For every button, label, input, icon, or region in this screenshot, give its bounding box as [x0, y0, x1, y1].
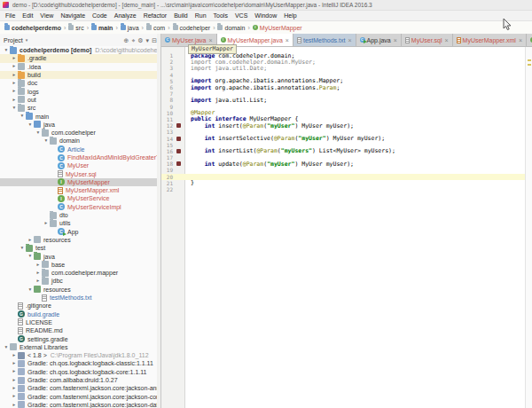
tree-item-doc[interactable]: ▸doc: [0, 79, 160, 87]
tree-item-gradle[interactable]: ▸.gradle: [0, 54, 160, 62]
editor-scrollbar[interactable]: [525, 47, 532, 408]
gear-icon[interactable]: ⚙: [137, 37, 143, 43]
tree-collapsed-arrow-icon[interactable]: ▸: [11, 56, 18, 61]
tree-item-domain[interactable]: ▾domain: [0, 137, 160, 145]
tree-item-gradle-com-alibaba-druid-1-0-27[interactable]: ▸Gradle: com.alibaba:druid:1.0.27: [0, 376, 160, 384]
tab-app-java[interactable]: CApp.java×: [356, 34, 402, 46]
menu-item-refactor[interactable]: Refactor: [140, 12, 170, 19]
chevron-down-icon[interactable]: ▾: [146, 37, 150, 43]
breadcrumb-item-com[interactable]: com: [146, 25, 165, 31]
target-icon[interactable]: ⊕: [124, 37, 129, 43]
tree-item-external-libraries[interactable]: ▾External Libraries: [0, 343, 160, 351]
tree-item-dto[interactable]: dto: [0, 211, 160, 219]
breadcrumb-item-myusermapper[interactable]: IMyUserMapper: [253, 25, 302, 31]
tree-collapsed-arrow-icon[interactable]: ▸: [11, 64, 18, 69]
tree-expanded-arrow-icon[interactable]: ▾: [11, 106, 18, 111]
tree-collapsed-arrow-icon[interactable]: ▸: [27, 238, 34, 243]
tree-expanded-arrow-icon[interactable]: ▾: [43, 138, 50, 144]
tree-item-src[interactable]: ▾src: [0, 104, 160, 112]
menu-item-file[interactable]: File: [2, 12, 19, 19]
tree-expanded-arrow-icon[interactable]: ▾: [19, 246, 26, 251]
tree-collapsed-arrow-icon[interactable]: ▸: [11, 378, 18, 383]
tree-item-gradle-com-fasterxml-jackson-core-jackson-databind-2-8-4[interactable]: ▸Gradle: com.fasterxml.jackson.core:jack…: [0, 401, 160, 408]
tree-item-myusermapper[interactable]: IMyUserMapper: [0, 178, 160, 186]
tree-collapsed-arrow-icon[interactable]: ▸: [11, 386, 18, 391]
close-icon[interactable]: ×: [519, 37, 522, 43]
project-tree-scrollbar[interactable]: [157, 34, 160, 408]
tree-item-java[interactable]: ▾java: [0, 252, 160, 260]
tree-item-gradle-com-fasterxml-jackson-core-jackson-annotations-2-8-0[interactable]: ▸Gradle: com.fasterxml.jackson.core:jack…: [0, 384, 160, 392]
locate-icon[interactable]: ⌖: [131, 37, 135, 43]
tree-expanded-arrow-icon[interactable]: ▾: [27, 287, 34, 293]
breadcrumb-item-java[interactable]: java: [121, 25, 139, 31]
tree-collapsed-arrow-icon[interactable]: ▸: [43, 221, 50, 226]
breadcrumb-item-domain[interactable]: domain: [217, 25, 245, 31]
tree-item-testmethods-txt[interactable]: testMethods.txt: [0, 294, 160, 302]
menu-item-help[interactable]: Help: [280, 12, 300, 19]
close-icon[interactable]: ×: [348, 37, 351, 43]
tab-myuser-sql[interactable]: MyUser.sql×: [402, 34, 453, 46]
tree-item-resources[interactable]: ▸resources: [0, 236, 160, 244]
tree-item-logs[interactable]: ▸logs: [0, 87, 160, 95]
tree-expanded-arrow-icon[interactable]: ▾: [3, 345, 10, 350]
tree-item-test[interactable]: ▾test: [0, 244, 160, 252]
menu-item-window[interactable]: Window: [251, 12, 280, 19]
tree-collapsed-arrow-icon[interactable]: ▸: [11, 361, 18, 366]
menu-item-vcs[interactable]: VCS: [231, 12, 251, 19]
menu-item-view[interactable]: View: [36, 12, 57, 19]
project-panel-title[interactable]: Project: [4, 37, 23, 43]
tree-item-gradle-com-fasterxml-jackson-core-jackson-core-2-8-4[interactable]: ▸Gradle: com.fasterxml.jackson.core:jack…: [0, 392, 160, 400]
tree-item-base[interactable]: ▸base: [0, 261, 160, 269]
tree-collapsed-arrow-icon[interactable]: ▸: [11, 73, 18, 78]
tree-item-idea[interactable]: ▸.idea: [0, 63, 160, 71]
tree-item-myuserservice[interactable]: IMyUserService: [0, 194, 160, 202]
mybatis-mapper-icon[interactable]: [176, 137, 181, 141]
mybatis-mapper-icon[interactable]: [176, 161, 181, 166]
tree-item-gradle-ch-qos-logback-logback-core-1-1-11[interactable]: ▸Gradle: ch.qos.logback:logback-core:1.1…: [0, 368, 160, 376]
tree-item-readme-md[interactable]: README.md: [0, 326, 160, 334]
breadcrumb-item-main[interactable]: main: [91, 25, 113, 31]
tab-myusermapper-xml[interactable]: MyUserMapper.xml×: [453, 34, 527, 46]
breadcrumb-item-codehelperdemo[interactable]: codehelperdemo: [4, 25, 61, 31]
menu-item-navigate[interactable]: Navigate: [57, 12, 89, 19]
close-icon[interactable]: ×: [286, 37, 289, 43]
tree-expanded-arrow-icon[interactable]: ▾: [3, 48, 10, 53]
tree-item-findmaxidandminidbyidgreaterthanresul[interactable]: CFindMaxIdAndMinIdByIdGreaterThanResul: [0, 153, 160, 161]
close-icon[interactable]: ×: [394, 37, 397, 43]
close-icon[interactable]: ×: [444, 37, 448, 43]
tree-collapsed-arrow-icon[interactable]: ▸: [11, 369, 18, 374]
menu-item-build[interactable]: Build: [170, 12, 192, 19]
tree-item-jdbc[interactable]: ▸jdbc: [0, 277, 160, 285]
close-icon[interactable]: ×: [209, 37, 213, 43]
tree-collapsed-arrow-icon[interactable]: ▸: [11, 394, 18, 399]
tree-item-myuser[interactable]: CMyUser: [0, 161, 160, 169]
tab-testmethods-txt[interactable]: testMethods.txt×: [293, 34, 356, 46]
tree-item-license[interactable]: LICENSE: [0, 318, 160, 326]
tree-item-settings-gradle[interactable]: Gsettings.gradle: [0, 334, 160, 342]
mybatis-mapper-icon[interactable]: [176, 123, 181, 128]
tree-item-gitignore[interactable]: .gitignore: [0, 302, 160, 310]
tree-collapsed-arrow-icon[interactable]: ▸: [11, 81, 18, 86]
tree-item-out[interactable]: ▸out: [0, 96, 160, 104]
tree-item-com-codehelper[interactable]: ▾com.codehelper: [0, 129, 160, 137]
menu-item-tools[interactable]: Tools: [210, 12, 231, 19]
breadcrumb-item-src[interactable]: src: [68, 25, 83, 31]
tree-expanded-arrow-icon[interactable]: ▾: [19, 114, 26, 119]
warning-stripe-mark[interactable]: [528, 64, 531, 66]
tree-item-build[interactable]: ▸build: [0, 71, 160, 79]
mybatis-mapper-icon[interactable]: [176, 149, 181, 153]
tree-item-codehelperdemo-demo[interactable]: ▾codehelperdemo [demo]D:\code\github\cod…: [0, 46, 160, 54]
tree-item-build-gradle[interactable]: Gbuild.gradle: [0, 310, 160, 318]
menu-item-analyze[interactable]: Analyze: [111, 12, 140, 19]
tree-item-gradle-ch-qos-logback-logback-classic-1-1-11[interactable]: ▸Gradle: ch.qos.logback:logback-classic:…: [0, 359, 160, 367]
tree-item-1-8[interactable]: ▸< 1.8 >C:\Program Files\Java\jdk1.8.0_1…: [0, 351, 160, 359]
warning-stripe-mark[interactable]: [528, 59, 531, 61]
tree-collapsed-arrow-icon[interactable]: ▸: [35, 263, 42, 268]
tree-expanded-arrow-icon[interactable]: ▾: [27, 254, 34, 259]
tree-item-utils[interactable]: ▸utils: [0, 219, 160, 227]
tree-item-myusermapper-xml[interactable]: MyUserMapper.xml: [0, 186, 160, 194]
tree-item-java[interactable]: ▾java: [0, 121, 160, 129]
tree-expanded-arrow-icon[interactable]: ▾: [35, 130, 42, 136]
tree-item-article[interactable]: CArticle: [0, 145, 160, 153]
tree-item-resources[interactable]: ▾resources: [0, 286, 160, 294]
